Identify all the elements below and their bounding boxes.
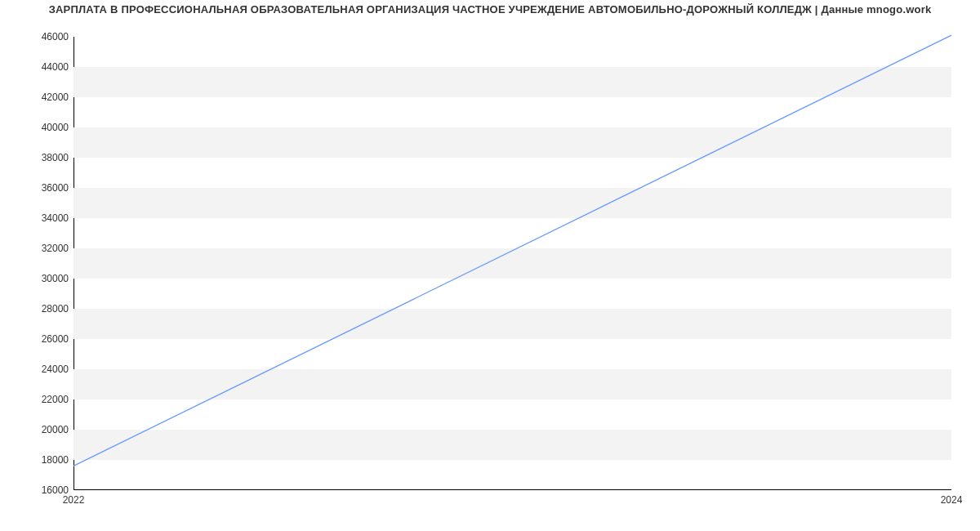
y-tick-label: 16000	[0, 484, 69, 496]
y-tick-label: 34000	[0, 212, 69, 224]
y-tick-label: 26000	[0, 333, 69, 345]
y-tick-label: 46000	[0, 31, 69, 42]
chart-title: ЗАРПЛАТА В ПРОФЕССИОНАЛЬНАЯ ОБРАЗОВАТЕЛЬ…	[0, 3, 980, 16]
y-tick-label: 22000	[0, 394, 69, 405]
y-tick-label: 36000	[0, 182, 69, 194]
y-tick-label: 18000	[0, 454, 69, 466]
x-tick-label: 2024	[941, 494, 963, 506]
salary-line-chart: ЗАРПЛАТА В ПРОФЕССИОНАЛЬНАЯ ОБРАЗОВАТЕЛЬ…	[0, 0, 980, 515]
line-layer	[74, 37, 951, 490]
x-tick-label: 2022	[63, 494, 85, 506]
y-tick-label: 42000	[0, 91, 69, 103]
series-line	[74, 35, 951, 466]
y-tick-label: 24000	[0, 364, 69, 375]
y-tick-label: 30000	[0, 273, 69, 284]
y-tick-label: 38000	[0, 152, 69, 163]
y-tick-label: 20000	[0, 424, 69, 435]
y-tick-label: 44000	[0, 61, 69, 73]
plot-area	[74, 37, 951, 490]
y-tick-label: 32000	[0, 243, 69, 254]
y-tick-label: 40000	[0, 122, 69, 133]
y-tick-label: 28000	[0, 303, 69, 315]
